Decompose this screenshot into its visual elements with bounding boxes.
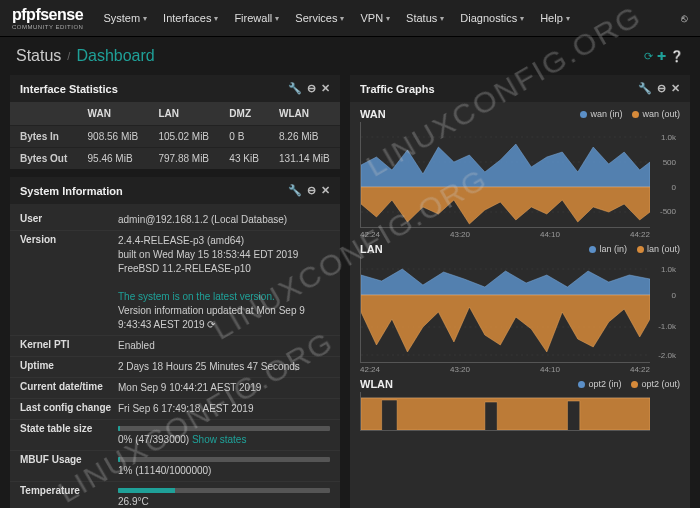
version-value: 2.4.4-RELEASE-p3 (amd64) built on Wed Ma… [118, 234, 330, 332]
nav-status[interactable]: Status▾ [406, 12, 444, 24]
breadcrumb: Status / Dashboard ⟳ ✚ ❔ [0, 37, 700, 75]
panel-title: System Information [20, 185, 123, 197]
panel-title: Traffic Graphs [360, 83, 435, 95]
breadcrumb-page[interactable]: Dashboard [76, 47, 154, 65]
nav-services[interactable]: Services▾ [295, 12, 344, 24]
nav-interfaces[interactable]: Interfaces▾ [163, 12, 218, 24]
minimize-icon[interactable]: ⊖ [307, 82, 316, 95]
panel-title: Interface Statistics [20, 83, 118, 95]
close-icon[interactable]: ✕ [321, 184, 330, 197]
graph-wlan: WLAN opt2 (in) opt2 (out) [360, 378, 680, 431]
top-nav: pfpfsense COMMUNITY EDITION System▾ Inte… [0, 0, 700, 37]
add-icon[interactable]: ✚ [657, 50, 666, 63]
close-icon[interactable]: ✕ [321, 82, 330, 95]
reload-icon[interactable]: ⟳ [207, 319, 215, 330]
interface-stats-panel: Interface Statistics 🔧 ⊖ ✕ WAN LAN DMZ W… [10, 75, 340, 169]
table-row: Bytes In 908.56 MiB 105.02 MiB 0 B 8.26 … [10, 126, 340, 148]
minimize-icon[interactable]: ⊖ [307, 184, 316, 197]
mbuf-progress [118, 457, 330, 462]
breadcrumb-section[interactable]: Status [16, 47, 61, 65]
graph-lan: LAN lan (in) lan (out) 1.0k 0 [360, 243, 680, 374]
nav-vpn[interactable]: VPN▾ [360, 12, 390, 24]
help-icon[interactable]: ❔ [670, 50, 684, 63]
interface-table: WAN LAN DMZ WLAN Bytes In 908.56 MiB 105… [10, 102, 340, 169]
nav-system[interactable]: System▾ [103, 12, 147, 24]
refresh-icon[interactable]: ⟳ [644, 50, 653, 63]
brand-logo[interactable]: pfpfsense COMMUNITY EDITION [12, 6, 83, 30]
wrench-icon[interactable]: 🔧 [288, 184, 302, 197]
nav-firewall[interactable]: Firewall▾ [234, 12, 279, 24]
close-icon[interactable]: ✕ [671, 82, 680, 95]
user-value: admin@192.168.1.2 (Local Database) [118, 213, 330, 227]
nav-items: System▾ Interfaces▾ Firewall▾ Services▾ … [103, 12, 681, 24]
brand-tagline: COMMUNITY EDITION [12, 24, 83, 30]
system-info-panel: System Information 🔧 ⊖ ✕ Useradmin@192.1… [10, 177, 340, 508]
wrench-icon[interactable]: 🔧 [288, 82, 302, 95]
nav-diagnostics[interactable]: Diagnostics▾ [460, 12, 524, 24]
wrench-icon[interactable]: 🔧 [638, 82, 652, 95]
states-progress [118, 426, 330, 431]
temp-progress [118, 488, 330, 493]
nav-help[interactable]: Help▾ [540, 12, 570, 24]
brand-name: pfsense [26, 6, 83, 23]
show-states-link[interactable]: Show states [192, 434, 246, 445]
logout-icon[interactable]: ⎋ [681, 12, 688, 24]
table-row: Bytes Out 95.46 MiB 797.88 MiB 43 KiB 13… [10, 148, 340, 170]
graph-wan: WAN wan (in) wan (out) 1.0k 5 [360, 108, 680, 239]
minimize-icon[interactable]: ⊖ [657, 82, 666, 95]
traffic-graphs-panel: Traffic Graphs 🔧 ⊖ ✕ WAN wan (in) wan (o… [350, 75, 690, 508]
